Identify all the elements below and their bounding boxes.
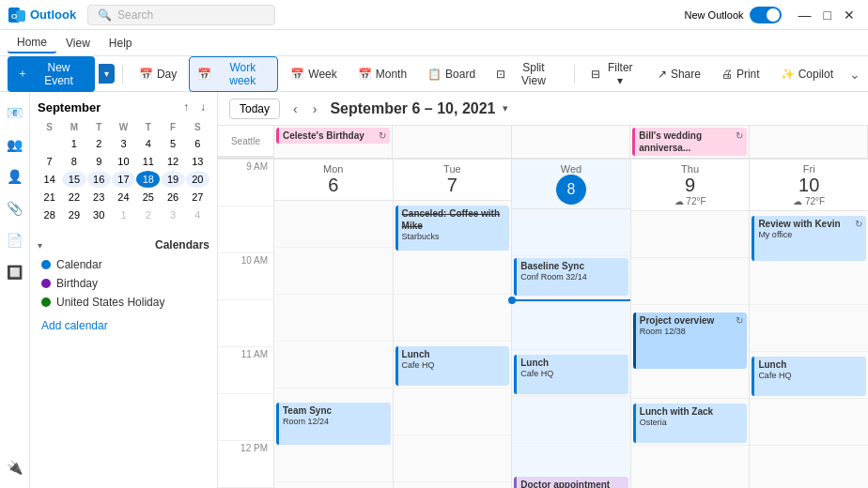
event-doctor[interactable]: Doctor appointment Downtown	[514, 477, 628, 488]
toolbar: ＋ New Event ▾ 📅 Day 📅 Work week 📅 Week 📅…	[0, 56, 868, 92]
mini-cal-cell[interactable]: 13	[186, 153, 209, 170]
mini-cal-cell[interactable]: 15	[62, 171, 85, 188]
mini-cal-today-cell[interactable]: 18	[136, 171, 160, 188]
cal-prev-button[interactable]: ‹	[287, 99, 303, 118]
mini-cal-cell[interactable]: 6	[186, 135, 209, 152]
day-header-wed: Wed 8	[512, 160, 630, 209]
event-lunch-wed[interactable]: Lunch Cafe HQ	[514, 355, 628, 394]
mini-cal-cell[interactable]: 5	[161, 135, 184, 152]
search-icon: 🔍	[98, 8, 112, 22]
new-event-dropdown-button[interactable]: ▾	[99, 64, 115, 84]
new-event-button[interactable]: ＋ New Event	[8, 56, 95, 92]
mini-cal-cell[interactable]: 19	[161, 171, 184, 188]
event-lunch-zack[interactable]: Lunch with Zack Osteria	[633, 404, 748, 443]
mini-cal-cell[interactable]: 21	[38, 189, 61, 206]
mini-cal-prev-button[interactable]: ↑	[179, 99, 193, 114]
mini-cal-cell[interactable]: 20	[186, 171, 209, 188]
maximize-button[interactable]: □	[818, 6, 837, 24]
event-coffee-mike[interactable]: Canceled: Coffee with Mike Starbucks	[395, 206, 510, 251]
mini-cal-cell[interactable]: 28	[38, 206, 61, 223]
nav-contacts-icon[interactable]: 👤	[2, 163, 28, 190]
split-icon: ⊡	[496, 68, 505, 81]
event-celeste-birthday[interactable]: Celeste's Birthday ↻	[276, 128, 390, 144]
view-day-button[interactable]: 📅 Day	[131, 63, 185, 85]
event-team-sync[interactable]: Team Sync Room 12/24	[276, 403, 391, 445]
nav-addins-icon[interactable]: 🔌	[2, 454, 28, 480]
mini-cal-cell[interactable]: 25	[136, 189, 160, 206]
nav-notes-icon[interactable]: 📄	[2, 227, 28, 253]
mini-cal-cell[interactable]: 7	[38, 153, 61, 170]
mini-cal-cell[interactable]: 3	[112, 135, 135, 152]
add-calendar-link[interactable]: Add calendar	[38, 315, 209, 336]
event-review-kevin[interactable]: Review with Kevin My office ↻	[752, 216, 866, 261]
minimize-button[interactable]: —	[793, 6, 817, 24]
nav-apps-icon[interactable]: 🔲	[2, 259, 28, 285]
mini-cal-cell[interactable]: 4	[186, 206, 209, 223]
time-slot	[218, 206, 273, 253]
mini-cal-cell[interactable]: 1	[112, 206, 135, 223]
copilot-button[interactable]: ✨ Copilot	[772, 63, 842, 85]
toolbar-expand-icon[interactable]: ⌄	[849, 67, 860, 82]
mini-cal-cell[interactable]: 16	[87, 171, 111, 188]
calendars-section-header[interactable]: ▾ Calendars	[38, 235, 209, 255]
view-month-button[interactable]: 📅 Month	[349, 63, 415, 85]
menu-item-help[interactable]: Help	[100, 34, 142, 53]
event-lunch-fri[interactable]: Lunch Cafe HQ	[752, 357, 866, 396]
filter-button[interactable]: ⊟ Filter ▾	[582, 56, 645, 92]
share-button[interactable]: ↗ Share	[649, 63, 709, 85]
mini-cal-cell[interactable]: 8	[62, 153, 85, 170]
mini-cal-cell[interactable]: 11	[136, 153, 160, 170]
mini-cal-cell[interactable]	[38, 135, 61, 152]
mini-cal-cell[interactable]: 26	[161, 189, 184, 206]
mini-cal-cell[interactable]: 22	[62, 189, 85, 206]
mini-cal-cell[interactable]: 24	[112, 189, 135, 206]
mini-cal-cell[interactable]: 23	[87, 189, 111, 206]
mini-cal-next-button[interactable]: ↓	[196, 99, 209, 114]
print-button[interactable]: 🖨 Print	[713, 63, 768, 85]
cal-title-dropdown-icon[interactable]: ▾	[503, 102, 508, 114]
mini-cal-cell[interactable]: 17	[112, 171, 135, 188]
nav-people-icon[interactable]: 👥	[2, 131, 28, 158]
mini-cal-cell[interactable]: 1	[62, 135, 85, 152]
mini-cal-cell[interactable]: 10	[112, 153, 135, 170]
mini-cal-day-s1: S	[38, 120, 61, 134]
mini-cal-cell[interactable]: 14	[38, 171, 61, 188]
view-week-button[interactable]: 📅 Week	[282, 63, 345, 85]
mini-cal-cell[interactable]: 12	[161, 153, 184, 170]
calendar-item-birthday[interactable]: Birthday	[38, 274, 209, 293]
view-board-button[interactable]: 📋 Board	[419, 63, 484, 85]
time-slot: 10 AM	[218, 253, 273, 300]
allday-cell-fri	[750, 126, 868, 158]
mini-cal-cell[interactable]: 27	[186, 189, 209, 206]
mini-cal-cell[interactable]: 29	[62, 206, 85, 223]
mini-cal-cell[interactable]: 9	[87, 153, 111, 170]
event-project-overview[interactable]: Project overview Room 12/38 ↻	[633, 313, 748, 369]
menu-item-home[interactable]: Home	[8, 33, 56, 53]
filter-icon: ⊟	[591, 68, 600, 81]
mini-cal-cell[interactable]: 30	[87, 206, 111, 223]
event-lunch-tue[interactable]: Lunch Cafe HQ	[395, 346, 510, 386]
nav-mail-icon[interactable]: 📧	[2, 99, 28, 126]
time-row	[750, 258, 868, 305]
view-workweek-button[interactable]: 📅 Work week	[189, 56, 278, 92]
current-time-indicator	[512, 299, 630, 301]
view-splitview-button[interactable]: ⊡ Split View	[488, 56, 566, 92]
new-outlook-toggle[interactable]	[750, 7, 782, 23]
cal-next-button[interactable]: ›	[307, 99, 323, 118]
search-bar[interactable]: 🔍 Search	[87, 5, 275, 25]
calendar-item-main[interactable]: Calendar	[38, 255, 209, 274]
event-baseline-sync[interactable]: Baseline Sync Conf Room 32/14	[514, 258, 628, 296]
svg-rect-1	[16, 10, 25, 22]
close-button[interactable]: ✕	[838, 6, 860, 24]
calendar-icon: 📅	[139, 68, 153, 81]
event-wedding-anniversary[interactable]: Bill's wedding anniversa... ↻	[632, 128, 746, 156]
mini-cal-cell[interactable]: 2	[136, 206, 160, 223]
mini-cal-cell[interactable]: 2	[87, 135, 111, 152]
grid-wrapper: Seattle Celeste's Birthday ↻ Bill's wedd…	[218, 126, 868, 488]
calendar-item-holiday[interactable]: United States Holiday	[38, 293, 209, 312]
menu-item-view[interactable]: View	[56, 34, 100, 53]
mini-cal-cell[interactable]: 3	[161, 206, 184, 223]
mini-cal-cell[interactable]: 4	[136, 135, 160, 152]
today-button[interactable]: Today	[229, 99, 280, 119]
nav-files-icon[interactable]: 📎	[2, 195, 28, 221]
